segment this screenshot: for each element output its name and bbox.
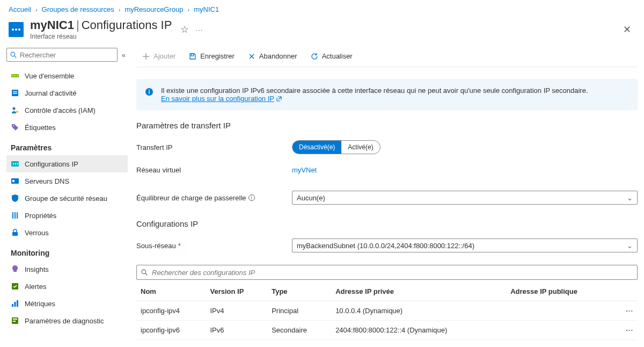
sidebar-item-label: Journal d'activité [25, 89, 76, 97]
chevron-down-icon: ⌄ [627, 242, 633, 250]
col-version[interactable]: Version IP [206, 282, 267, 301]
more-menu-icon[interactable]: ··· [195, 26, 203, 34]
metrics-icon [11, 299, 19, 308]
cell-type: Principal [267, 301, 331, 321]
sidebar-nsg[interactable]: Groupe de sécurité réseau [6, 190, 128, 207]
ipconfig-row[interactable]: ipconfig-ipv6IPv6Secondaire2404:f800:800… [136, 321, 638, 340]
col-private[interactable]: Adresse IP privée [331, 282, 506, 301]
close-blade-icon[interactable]: ✕ [623, 24, 635, 35]
network-interface-icon [9, 22, 24, 37]
row-more-icon[interactable]: ··· [616, 301, 638, 321]
refresh-button[interactable]: Actualiser [305, 49, 358, 64]
gwlb-dropdown[interactable]: Aucun(e) ⌄ [292, 191, 638, 205]
cell-name: ipconfig-ipv4 [136, 301, 206, 321]
sidebar-item-label: Paramètres de diagnostic [25, 317, 104, 325]
svg-rect-30 [13, 319, 17, 320]
iam-icon [11, 106, 19, 114]
breadcrumb-resource-group[interactable]: myResourceGroup [125, 5, 183, 13]
toggle-on[interactable]: Activé(e) [341, 141, 379, 154]
col-public[interactable]: Adresse IP publique [506, 282, 616, 301]
breadcrumb-resource-groups[interactable]: Groupes de ressources [42, 5, 114, 13]
save-button[interactable]: Enregistrer [183, 49, 240, 64]
cell-private: 10.0.0.4 (Dynamique) [331, 301, 506, 321]
sidebar-search-input[interactable] [20, 51, 114, 59]
breadcrumb-resource[interactable]: myNIC1 [194, 5, 219, 13]
info-text: Il existe une configuration IP IPv6 seco… [161, 86, 588, 95]
sidebar-alerts[interactable]: Alertes [6, 278, 128, 295]
command-bar: Ajouter Enregistrer Abandonner Actualise… [136, 46, 638, 67]
svg-rect-28 [17, 300, 18, 307]
col-type[interactable]: Type [267, 282, 331, 301]
alerts-icon [11, 282, 19, 291]
subnet-value: myBackendSubnet (10.0.0.0/24,2404:f800:8… [297, 242, 474, 250]
nsg-icon [11, 194, 19, 203]
ipconfig-row[interactable]: ipconfig-ipv4IPv4Principal10.0.0.4 (Dyna… [136, 301, 638, 321]
svg-rect-34 [149, 91, 150, 94]
info-icon [145, 88, 153, 96]
add-button[interactable]: Ajouter [136, 49, 181, 64]
svg-rect-20 [12, 180, 14, 182]
sidebar-item-label: Contrôle d'accès (IAM) [25, 106, 96, 114]
resource-type-label: Interface réseau [30, 33, 172, 40]
svg-rect-22 [14, 212, 16, 219]
svg-line-37 [145, 273, 147, 275]
info-tip-icon[interactable]: i [248, 194, 255, 201]
external-link-icon [276, 96, 282, 102]
sidebar-item-label: Verrous [25, 229, 49, 237]
vnet-label: Réseau virtuel [136, 166, 292, 174]
dns-icon [11, 177, 19, 185]
ipcfg-icon [11, 160, 19, 168]
sidebar-metrics[interactable]: Métriques [6, 295, 128, 312]
sidebar-dns-servers[interactable]: Serveurs DNS [6, 172, 128, 190]
sidebar-item-label: Configurations IP [25, 160, 78, 168]
subnet-dropdown[interactable]: myBackendSubnet (10.0.0.0/24,2404:f800:8… [292, 238, 638, 252]
svg-point-2 [18, 28, 20, 31]
sidebar-overview[interactable]: Vue d'ensemble [6, 67, 128, 84]
sidebar-item-label: Étiquettes [25, 124, 56, 132]
gwlb-label: Équilibreur de charge de passerelle i [136, 194, 292, 202]
collapse-sidebar-icon[interactable]: « [122, 51, 126, 59]
sidebar-properties[interactable]: Propriétés [6, 207, 128, 224]
col-name[interactable]: Nom [136, 282, 206, 301]
svg-point-14 [13, 125, 14, 126]
row-more-icon[interactable]: ··· [616, 321, 638, 340]
chevron-down-icon: ⌄ [627, 194, 633, 202]
ip-forwarding-toggle[interactable]: Désactivé(e) Activé(e) [292, 140, 380, 154]
sidebar-activity-log[interactable]: Journal d'activité [6, 84, 128, 102]
favorite-star-icon[interactable]: ☆ [180, 24, 189, 35]
svg-point-0 [12, 28, 14, 31]
svg-point-36 [142, 270, 146, 274]
breadcrumb: Accueil › Groupes de ressources › myReso… [0, 0, 644, 16]
log-icon [11, 89, 19, 97]
sidebar-tags[interactable]: Étiquettes [6, 119, 128, 136]
discard-icon [247, 52, 256, 61]
ipconfig-table: Nom Version IP Type Adresse IP privée Ad… [136, 282, 638, 340]
sidebar-access-control[interactable]: Contrôle d'accès (IAM) [6, 102, 128, 119]
cell-name: ipconfig-ipv6 [136, 321, 206, 340]
ip-forwarding-title: Paramètres de transfert IP [136, 121, 638, 130]
sidebar-insights[interactable]: Insights [6, 261, 128, 278]
ipconfigs-title: Configurations IP [136, 219, 638, 228]
svg-point-7 [14, 75, 16, 76]
vnet-link[interactable]: myVNet [292, 166, 317, 174]
sidebar-diagnostics[interactable]: Paramètres de diagnostic [6, 312, 128, 329]
chevron-right-icon: › [119, 6, 121, 13]
toggle-off[interactable]: Désactivé(e) [292, 141, 341, 154]
info-learn-more-link[interactable]: En savoir plus sur la configuration IP [161, 95, 282, 103]
svg-rect-31 [13, 321, 16, 322]
svg-line-4 [14, 56, 16, 57]
plus-icon [142, 52, 150, 61]
svg-point-6 [12, 75, 13, 76]
page-header: myNIC1|Configurations IP Interface résea… [0, 16, 644, 46]
svg-rect-10 [13, 91, 17, 92]
discard-button[interactable]: Abandonner [242, 49, 303, 64]
chevron-right-icon: › [35, 6, 38, 13]
svg-rect-23 [17, 212, 18, 219]
sidebar-locks[interactable]: Verrous [6, 224, 128, 241]
sidebar-search-box[interactable] [6, 48, 118, 62]
ipconfig-search-input[interactable] [152, 269, 633, 277]
breadcrumb-home[interactable]: Accueil [9, 5, 31, 13]
sidebar-ip-configurations[interactable]: Configurations IP [6, 155, 128, 172]
ipconfig-search-box[interactable] [136, 265, 638, 280]
sidebar-item-label: Insights [25, 265, 49, 273]
